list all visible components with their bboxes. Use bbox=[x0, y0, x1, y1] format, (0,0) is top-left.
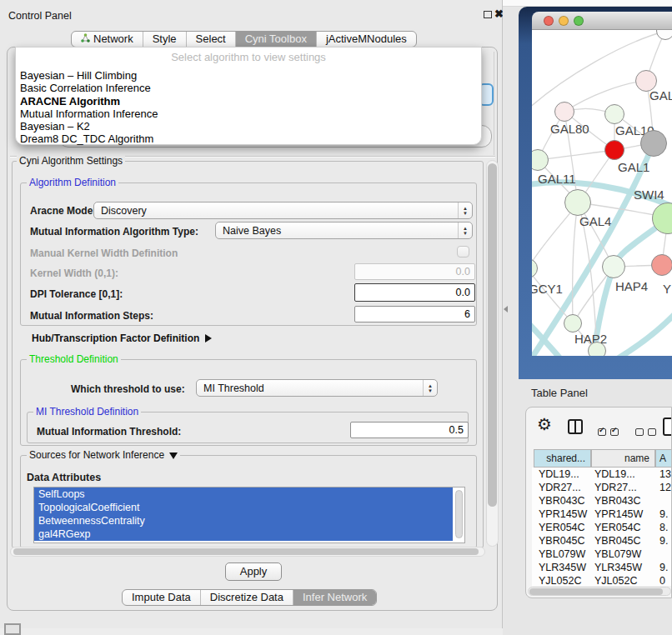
settings-vertical-scrollbar-thumb[interactable] bbox=[488, 163, 497, 507]
tab-style[interactable]: Style bbox=[143, 32, 186, 47]
network-node-hap4[interactable] bbox=[602, 255, 625, 278]
table-cell: YDR27... bbox=[539, 481, 581, 494]
background-border-fragment bbox=[494, 52, 494, 155]
close-traffic-light[interactable] bbox=[544, 16, 554, 26]
network-node-label: GAL7 bbox=[649, 88, 672, 102]
table-row[interactable]: YBR045CYBR045C9. bbox=[532, 534, 672, 548]
data-attributes-list[interactable]: SelfLoopsTopologicalCoefficientBetweenne… bbox=[33, 487, 465, 543]
table-cell: YLR345W bbox=[594, 561, 642, 574]
aracne-mode-select[interactable]: Discovery bbox=[93, 202, 473, 219]
cyni-settings-group-label: Cyni Algorithm Settings bbox=[17, 155, 125, 167]
network-window-titlebar[interactable] bbox=[532, 12, 672, 30]
sources-group-label[interactable]: Sources for Network Inference bbox=[27, 449, 180, 461]
tab-discretize-data[interactable]: Discretize Data bbox=[200, 590, 293, 605]
gear-icon[interactable]: ⚙ bbox=[537, 414, 552, 434]
table-rows: YDL19...YDL19...13YDR27...YDR27...12YBR0… bbox=[532, 468, 672, 586]
checked-box-icon[interactable] bbox=[610, 428, 619, 436]
attribute-item-topologicalcoefficient[interactable]: TopologicalCoefficient bbox=[34, 501, 453, 514]
tab-network[interactable]: Network bbox=[72, 32, 143, 47]
mi-threshold-input[interactable] bbox=[350, 422, 469, 438]
table-cell: YPR145W bbox=[594, 508, 643, 521]
network-node-hap2[interactable] bbox=[564, 314, 582, 332]
network-node[interactable] bbox=[588, 342, 606, 356]
tab-jactivemnodules[interactable]: jActiveMNodules bbox=[316, 32, 416, 47]
table-cell: 9. bbox=[659, 561, 668, 574]
network-node[interactable] bbox=[640, 130, 667, 157]
attribute-item-betweennesscentrality[interactable]: BetweennessCentrality bbox=[34, 514, 453, 528]
zoom-traffic-light[interactable] bbox=[574, 16, 584, 26]
column-header-shared-[interactable]: shared... bbox=[534, 449, 591, 468]
tab-label: jActiveMNodules bbox=[326, 32, 407, 47]
algorithm-option-aracne-algorithm[interactable]: ARACNE Algorithm bbox=[18, 95, 479, 108]
algorithm-option-bayesian-k2[interactable]: Bayesian – K2 bbox=[18, 120, 479, 132]
table-cell: YDL19... bbox=[539, 468, 579, 481]
table-row[interactable]: YJL052CYJL052C0 bbox=[532, 574, 672, 586]
column-layout-icon[interactable] bbox=[568, 419, 583, 434]
table-cell: YBR043C bbox=[539, 494, 585, 508]
minimized-panel-icon[interactable] bbox=[4, 623, 21, 635]
tab-select[interactable]: Select bbox=[186, 32, 235, 47]
algorithm-option-dream8-dc-tdc-algorithm[interactable]: Dream8 DC_TDC Algorithm bbox=[18, 132, 479, 145]
network-canvas[interactable]: GAL7GAL80GAL10GAL1GAL11GAL4SWI4GCY1HAP4Y… bbox=[532, 30, 672, 356]
table-cell: YER054C bbox=[539, 521, 585, 534]
table-row[interactable]: YBR043CYBR043C bbox=[532, 494, 672, 508]
tab-label: Impute Data bbox=[132, 590, 191, 605]
manual-kernel-checkbox[interactable] bbox=[457, 246, 469, 258]
apply-button[interactable]: Apply bbox=[225, 562, 282, 581]
hub-definition-toggle[interactable]: Hub/Transcription Factor Definition bbox=[32, 332, 212, 344]
algorithm-option-basic-correlation-inference[interactable]: Basic Correlation Inference bbox=[18, 82, 479, 94]
which-threshold-select[interactable]: MI Threshold bbox=[196, 379, 438, 397]
network-node-y[interactable] bbox=[651, 254, 672, 276]
table-row[interactable]: YER054CYER054C8. bbox=[532, 521, 672, 534]
table-cell: 12 bbox=[659, 481, 671, 494]
network-node-label: SWI4 bbox=[634, 188, 664, 202]
table-row[interactable]: YDL19...YDL19...13 bbox=[532, 468, 672, 481]
table-cell: YBR045C bbox=[539, 534, 585, 548]
table-row[interactable]: YPR145WYPR145W9. bbox=[532, 508, 672, 521]
attribute-item-selfloops[interactable]: SelfLoops bbox=[34, 488, 453, 501]
network-node-gal10[interactable] bbox=[604, 104, 624, 124]
network-window: GAL7GAL80GAL10GAL1GAL11GAL4SWI4GCY1HAP4Y… bbox=[519, 7, 672, 379]
table-cell: YBR043C bbox=[594, 494, 641, 508]
mi-threshold-group-label: MI Threshold Definition bbox=[33, 406, 141, 418]
network-node-gal80[interactable] bbox=[554, 102, 574, 122]
network-node-gal1[interactable] bbox=[604, 140, 624, 160]
mi-steps-input[interactable] bbox=[354, 306, 475, 322]
algorithm-option-mutual-information-inference[interactable]: Mutual Information Inference bbox=[18, 108, 479, 120]
kernel-width-input[interactable] bbox=[354, 263, 475, 280]
network-node-gal4[interactable] bbox=[564, 189, 591, 216]
tab-label: Select bbox=[196, 32, 226, 47]
tab-infer-network[interactable]: Infer Network bbox=[293, 590, 376, 605]
table-row[interactable]: YDR27...YDR27...12 bbox=[532, 481, 672, 494]
document-icon[interactable] bbox=[663, 418, 672, 436]
table-row[interactable]: YLR345WYLR345W9. bbox=[532, 561, 672, 574]
table-row[interactable]: YBL079WYBL079W bbox=[532, 548, 672, 561]
table-cell: 8. bbox=[659, 521, 668, 534]
network-node-label: GAL11 bbox=[538, 172, 576, 186]
column-header-a[interactable]: A bbox=[655, 449, 672, 468]
attribute-item-gal4rgexp[interactable]: gal4RGexp bbox=[34, 528, 453, 541]
algorithm-placeholder: Select algorithm to view settings bbox=[16, 51, 481, 63]
network-node-label: HAP4 bbox=[615, 279, 648, 293]
network-node-label: Y bbox=[663, 282, 671, 296]
minimize-traffic-light[interactable] bbox=[559, 16, 569, 26]
unchecked-box-icon[interactable] bbox=[635, 428, 644, 436]
mi-type-select[interactable]: Naive Bayes bbox=[215, 222, 473, 239]
kernel-width-label: Kernel Width (0,1): bbox=[30, 268, 118, 279]
list-scrollbar[interactable] bbox=[455, 490, 463, 538]
settings-horizontal-scrollbar-thumb[interactable] bbox=[13, 548, 479, 555]
algorithm-option-bayesian-hill-climbing[interactable]: Bayesian – Hill Climbing bbox=[18, 69, 479, 82]
column-header-name[interactable]: name bbox=[591, 449, 655, 468]
table-cell: YDR27... bbox=[594, 481, 637, 494]
float-window-icon[interactable] bbox=[484, 11, 492, 18]
checked-box-icon[interactable] bbox=[598, 428, 606, 436]
aracne-mode-value: Discovery bbox=[101, 205, 147, 217]
tab-cyni-toolbox[interactable]: Cyni Toolbox bbox=[235, 32, 316, 47]
table-cell: YBL079W bbox=[539, 548, 585, 561]
splitter-handle-icon[interactable] bbox=[504, 306, 508, 312]
table-horizontal-scrollbar-thumb[interactable] bbox=[529, 588, 663, 595]
unchecked-box-icon[interactable] bbox=[648, 428, 656, 436]
which-threshold-value: MI Threshold bbox=[203, 382, 264, 394]
tab-impute-data[interactable]: Impute Data bbox=[123, 590, 200, 605]
dpi-tolerance-input[interactable] bbox=[354, 283, 475, 302]
